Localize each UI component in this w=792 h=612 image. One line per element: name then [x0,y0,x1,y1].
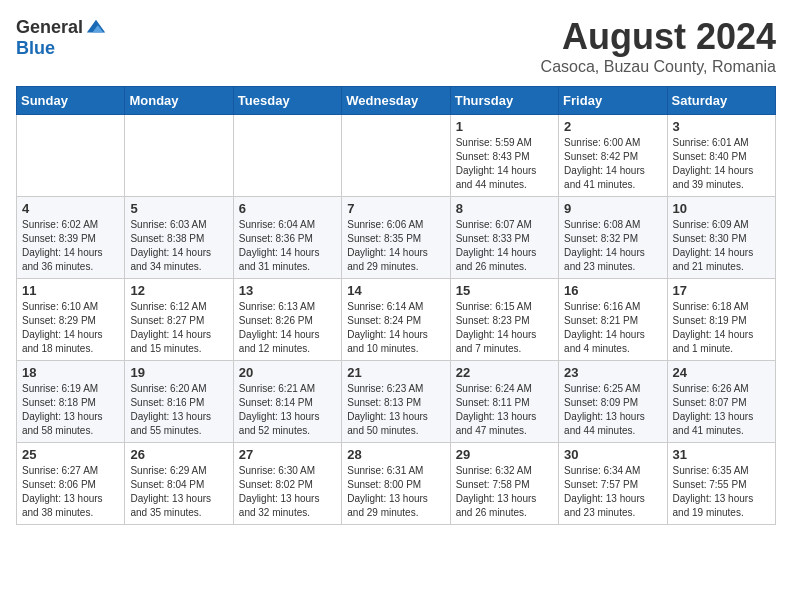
day-number: 18 [22,365,119,380]
weekday-header-sunday: Sunday [17,87,125,115]
day-info: Sunrise: 6:26 AM Sunset: 8:07 PM Dayligh… [673,383,754,436]
day-number: 19 [130,365,227,380]
day-cell-25: 25Sunrise: 6:27 AM Sunset: 8:06 PM Dayli… [17,443,125,525]
day-number: 1 [456,119,553,134]
empty-cell [342,115,450,197]
day-info: Sunrise: 6:30 AM Sunset: 8:02 PM Dayligh… [239,465,320,518]
day-info: Sunrise: 6:31 AM Sunset: 8:00 PM Dayligh… [347,465,428,518]
location-subtitle: Casoca, Buzau County, Romania [541,58,776,76]
day-cell-28: 28Sunrise: 6:31 AM Sunset: 8:00 PM Dayli… [342,443,450,525]
day-number: 2 [564,119,661,134]
day-info: Sunrise: 6:14 AM Sunset: 8:24 PM Dayligh… [347,301,428,354]
day-number: 31 [673,447,770,462]
day-cell-19: 19Sunrise: 6:20 AM Sunset: 8:16 PM Dayli… [125,361,233,443]
day-cell-21: 21Sunrise: 6:23 AM Sunset: 8:13 PM Dayli… [342,361,450,443]
day-number: 29 [456,447,553,462]
weekday-header-row: SundayMondayTuesdayWednesdayThursdayFrid… [17,87,776,115]
day-info: Sunrise: 6:06 AM Sunset: 8:35 PM Dayligh… [347,219,428,272]
day-cell-14: 14Sunrise: 6:14 AM Sunset: 8:24 PM Dayli… [342,279,450,361]
day-info: Sunrise: 6:24 AM Sunset: 8:11 PM Dayligh… [456,383,537,436]
day-cell-9: 9Sunrise: 6:08 AM Sunset: 8:32 PM Daylig… [559,197,667,279]
empty-cell [17,115,125,197]
day-cell-30: 30Sunrise: 6:34 AM Sunset: 7:57 PM Dayli… [559,443,667,525]
weekday-header-monday: Monday [125,87,233,115]
day-info: Sunrise: 6:27 AM Sunset: 8:06 PM Dayligh… [22,465,103,518]
day-cell-5: 5Sunrise: 6:03 AM Sunset: 8:38 PM Daylig… [125,197,233,279]
day-cell-29: 29Sunrise: 6:32 AM Sunset: 7:58 PM Dayli… [450,443,558,525]
day-info: Sunrise: 6:35 AM Sunset: 7:55 PM Dayligh… [673,465,754,518]
day-cell-8: 8Sunrise: 6:07 AM Sunset: 8:33 PM Daylig… [450,197,558,279]
day-number: 12 [130,283,227,298]
day-number: 9 [564,201,661,216]
day-cell-13: 13Sunrise: 6:13 AM Sunset: 8:26 PM Dayli… [233,279,341,361]
day-cell-11: 11Sunrise: 6:10 AM Sunset: 8:29 PM Dayli… [17,279,125,361]
day-number: 8 [456,201,553,216]
day-number: 27 [239,447,336,462]
day-number: 7 [347,201,444,216]
weekday-header-saturday: Saturday [667,87,775,115]
day-cell-2: 2Sunrise: 6:00 AM Sunset: 8:42 PM Daylig… [559,115,667,197]
day-cell-16: 16Sunrise: 6:16 AM Sunset: 8:21 PM Dayli… [559,279,667,361]
day-number: 24 [673,365,770,380]
month-title: August 2024 [541,16,776,58]
day-info: Sunrise: 6:01 AM Sunset: 8:40 PM Dayligh… [673,137,754,190]
day-cell-1: 1Sunrise: 5:59 AM Sunset: 8:43 PM Daylig… [450,115,558,197]
logo: General Blue [16,16,107,59]
day-cell-31: 31Sunrise: 6:35 AM Sunset: 7:55 PM Dayli… [667,443,775,525]
day-info: Sunrise: 5:59 AM Sunset: 8:43 PM Dayligh… [456,137,537,190]
day-info: Sunrise: 6:10 AM Sunset: 8:29 PM Dayligh… [22,301,103,354]
day-number: 13 [239,283,336,298]
day-number: 16 [564,283,661,298]
weekday-header-wednesday: Wednesday [342,87,450,115]
day-info: Sunrise: 6:12 AM Sunset: 8:27 PM Dayligh… [130,301,211,354]
day-number: 14 [347,283,444,298]
day-number: 26 [130,447,227,462]
day-cell-18: 18Sunrise: 6:19 AM Sunset: 8:18 PM Dayli… [17,361,125,443]
calendar-table: SundayMondayTuesdayWednesdayThursdayFrid… [16,86,776,525]
day-info: Sunrise: 6:02 AM Sunset: 8:39 PM Dayligh… [22,219,103,272]
day-info: Sunrise: 6:34 AM Sunset: 7:57 PM Dayligh… [564,465,645,518]
day-info: Sunrise: 6:23 AM Sunset: 8:13 PM Dayligh… [347,383,428,436]
day-number: 23 [564,365,661,380]
day-info: Sunrise: 6:00 AM Sunset: 8:42 PM Dayligh… [564,137,645,190]
day-info: Sunrise: 6:18 AM Sunset: 8:19 PM Dayligh… [673,301,754,354]
day-info: Sunrise: 6:32 AM Sunset: 7:58 PM Dayligh… [456,465,537,518]
day-cell-10: 10Sunrise: 6:09 AM Sunset: 8:30 PM Dayli… [667,197,775,279]
empty-cell [125,115,233,197]
day-info: Sunrise: 6:16 AM Sunset: 8:21 PM Dayligh… [564,301,645,354]
day-cell-3: 3Sunrise: 6:01 AM Sunset: 8:40 PM Daylig… [667,115,775,197]
weekday-header-thursday: Thursday [450,87,558,115]
day-info: Sunrise: 6:25 AM Sunset: 8:09 PM Dayligh… [564,383,645,436]
day-cell-12: 12Sunrise: 6:12 AM Sunset: 8:27 PM Dayli… [125,279,233,361]
day-number: 21 [347,365,444,380]
day-number: 30 [564,447,661,462]
day-cell-4: 4Sunrise: 6:02 AM Sunset: 8:39 PM Daylig… [17,197,125,279]
weekday-header-tuesday: Tuesday [233,87,341,115]
day-cell-20: 20Sunrise: 6:21 AM Sunset: 8:14 PM Dayli… [233,361,341,443]
day-number: 4 [22,201,119,216]
day-info: Sunrise: 6:03 AM Sunset: 8:38 PM Dayligh… [130,219,211,272]
day-number: 6 [239,201,336,216]
week-row-5: 25Sunrise: 6:27 AM Sunset: 8:06 PM Dayli… [17,443,776,525]
day-number: 3 [673,119,770,134]
day-number: 28 [347,447,444,462]
page-header: General Blue August 2024 Casoca, Buzau C… [16,16,776,76]
week-row-2: 4Sunrise: 6:02 AM Sunset: 8:39 PM Daylig… [17,197,776,279]
day-info: Sunrise: 6:04 AM Sunset: 8:36 PM Dayligh… [239,219,320,272]
day-number: 22 [456,365,553,380]
day-info: Sunrise: 6:08 AM Sunset: 8:32 PM Dayligh… [564,219,645,272]
day-info: Sunrise: 6:15 AM Sunset: 8:23 PM Dayligh… [456,301,537,354]
day-number: 20 [239,365,336,380]
day-cell-7: 7Sunrise: 6:06 AM Sunset: 8:35 PM Daylig… [342,197,450,279]
day-number: 10 [673,201,770,216]
day-number: 15 [456,283,553,298]
week-row-4: 18Sunrise: 6:19 AM Sunset: 8:18 PM Dayli… [17,361,776,443]
day-number: 11 [22,283,119,298]
day-cell-22: 22Sunrise: 6:24 AM Sunset: 8:11 PM Dayli… [450,361,558,443]
day-info: Sunrise: 6:07 AM Sunset: 8:33 PM Dayligh… [456,219,537,272]
day-info: Sunrise: 6:13 AM Sunset: 8:26 PM Dayligh… [239,301,320,354]
day-info: Sunrise: 6:09 AM Sunset: 8:30 PM Dayligh… [673,219,754,272]
day-info: Sunrise: 6:20 AM Sunset: 8:16 PM Dayligh… [130,383,211,436]
day-info: Sunrise: 6:19 AM Sunset: 8:18 PM Dayligh… [22,383,103,436]
day-cell-6: 6Sunrise: 6:04 AM Sunset: 8:36 PM Daylig… [233,197,341,279]
